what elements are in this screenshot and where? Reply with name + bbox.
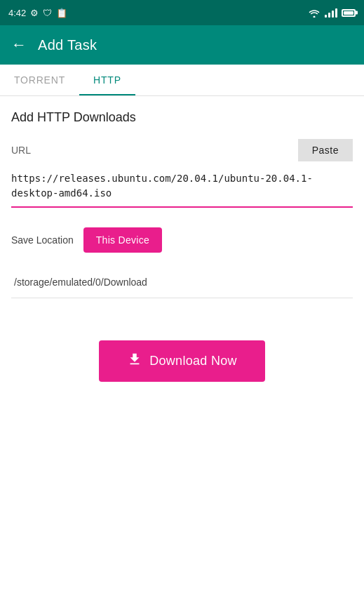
url-label: URL	[11, 145, 31, 156]
tab-torrent[interactable]: TORRENT	[0, 65, 79, 95]
download-btn-container: Download Now	[11, 340, 353, 382]
toolbar-title: Add Task	[38, 37, 97, 53]
url-row: URL Paste	[11, 139, 353, 161]
time-display: 4:42	[8, 8, 26, 18]
save-location-row: Save Location This Device	[11, 227, 353, 253]
tabs-bar: TORRENT HTTP	[0, 65, 364, 96]
storage-path: /storage/emulated/0/Download	[11, 267, 353, 298]
clipboard-icon: 📋	[56, 8, 67, 18]
download-icon	[127, 352, 142, 371]
battery-icon	[342, 9, 356, 17]
svg-point-0	[314, 16, 316, 18]
shield-icon: 🛡	[43, 8, 52, 18]
section-title: Add HTTP Downloads	[11, 110, 353, 125]
this-device-button[interactable]: This Device	[83, 227, 162, 253]
settings-icon: ⚙	[30, 8, 39, 18]
signal-bars	[325, 8, 337, 18]
url-input[interactable]	[11, 167, 353, 208]
tab-http[interactable]: HTTP	[79, 65, 135, 95]
wifi-icon	[308, 8, 321, 18]
main-content: Add HTTP Downloads URL Paste Save Locati…	[0, 96, 364, 396]
download-button-label: Download Now	[149, 354, 237, 368]
status-bar: 4:42 ⚙ 🛡 📋	[0, 0, 364, 25]
save-location-label: Save Location	[11, 234, 74, 246]
download-now-button[interactable]: Download Now	[99, 340, 265, 382]
toolbar: ← Add Task	[0, 25, 364, 65]
back-button[interactable]: ←	[11, 36, 27, 54]
status-bar-left: 4:42 ⚙ 🛡 📋	[8, 8, 67, 18]
download-arrow-icon	[127, 352, 142, 367]
status-bar-right	[308, 8, 356, 18]
paste-button[interactable]: Paste	[298, 139, 353, 161]
